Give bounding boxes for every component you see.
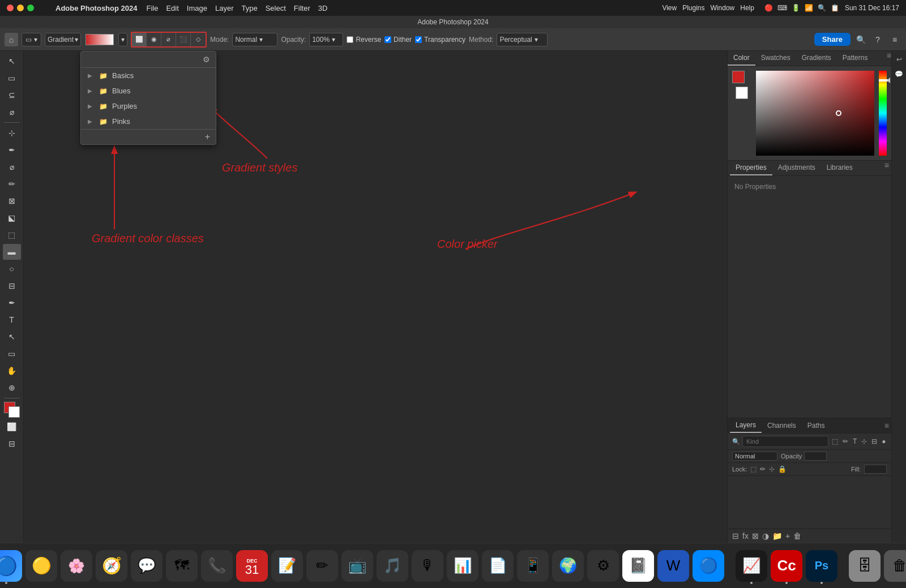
layer-new-icon[interactable]: + [785, 531, 790, 540]
mode-select[interactable]: Normal ▾ [232, 33, 277, 46]
minimize-button[interactable] [17, 5, 24, 11]
layers-adjust-icon[interactable]: ✏ [841, 436, 849, 447]
foreground-swatch[interactable] [732, 71, 745, 83]
maximize-button[interactable] [27, 5, 34, 11]
tool-magic-wand[interactable]: ⌀ [3, 104, 21, 120]
menu-image[interactable]: Image [187, 4, 207, 12]
tab-patterns[interactable]: Patterns [837, 51, 874, 66]
dock-safari[interactable]: 🧭 [96, 550, 127, 582]
dock-photoshop[interactable]: Ps [806, 550, 837, 582]
dock-music[interactable]: 🎵 [377, 550, 408, 582]
dock-pages[interactable]: 📄 [482, 550, 514, 582]
gradient-preview-dropdown[interactable]: ▾ [118, 33, 127, 46]
layer-link-icon[interactable]: ⊟ [732, 531, 739, 540]
menu-layer[interactable]: Layer [215, 4, 234, 12]
layers-filter-icon[interactable]: ⬚ [831, 436, 839, 447]
dock-vscode[interactable]: 🔵 [693, 550, 724, 582]
tool-shape[interactable]: ▭ [3, 346, 21, 362]
dither-check[interactable] [384, 36, 391, 43]
method-select[interactable]: Perceptual ▾ [497, 33, 548, 46]
tool-blur[interactable]: ○ [3, 261, 21, 277]
tool-heal[interactable]: ⌀ [3, 159, 21, 175]
panel-history-btn[interactable]: ↩ [893, 53, 905, 66]
search-icon-btn[interactable]: 🔍 [854, 33, 867, 46]
gradient-item-blues[interactable]: ▶ 📁 Blues [81, 83, 216, 98]
dock-stocks[interactable]: 📈 [736, 550, 767, 582]
tool-screen-mode[interactable]: ⊟ [3, 436, 21, 452]
tool-text[interactable]: T [3, 312, 21, 328]
tab-gradients[interactable]: Gradients [796, 51, 837, 66]
menu-help[interactable]: Help [740, 4, 754, 12]
menu-plugins[interactable]: Plugins [682, 4, 704, 12]
background-color[interactable] [8, 406, 20, 418]
tool-lasso[interactable]: ⊆ [3, 87, 21, 103]
tool-history[interactable]: ⬕ [3, 210, 21, 226]
tab-channels[interactable]: Channels [762, 419, 802, 432]
hue-slider[interactable] [879, 71, 887, 156]
dock-word[interactable]: W [657, 550, 689, 582]
style-radial[interactable]: ◉ [147, 33, 161, 46]
style-reflected[interactable]: ⬛ [176, 33, 191, 46]
layer-group-icon[interactable]: 📁 [772, 531, 782, 540]
dock-facetime[interactable]: 📞 [201, 550, 233, 582]
style-diamond[interactable]: ◇ [191, 33, 206, 46]
tool-brush[interactable]: ✏ [3, 176, 21, 192]
tab-libraries[interactable]: Libraries [821, 161, 858, 175]
transparency-check[interactable] [415, 36, 422, 43]
style-linear[interactable]: ⬜ [132, 33, 147, 46]
layers-text-icon[interactable]: T [852, 436, 858, 447]
dock-appletv[interactable]: 📺 [341, 550, 373, 582]
tab-properties[interactable]: Properties [730, 161, 772, 175]
menu-edit[interactable]: Edit [166, 4, 178, 12]
menu-icon-btn[interactable]: ≡ [888, 33, 901, 46]
lock-pixels-icon[interactable]: ⬚ [750, 465, 757, 473]
background-swatch[interactable] [736, 87, 748, 99]
panel-settings-icon[interactable]: ⚙ [203, 55, 210, 64]
dock-settings[interactable]: ⚙ [587, 550, 619, 582]
dock-freeform[interactable]: ✏ [306, 550, 338, 582]
reverse-checkbox[interactable]: Reverse [347, 36, 381, 44]
dock-appstore[interactable]: 📱 [517, 550, 549, 582]
gradient-item-purples[interactable]: ▶ 📁 Purples [81, 98, 216, 114]
dock-podcasts[interactable]: 🎙 [412, 550, 443, 582]
tool-dodge[interactable]: ⊟ [3, 278, 21, 294]
menu-type[interactable]: Type [242, 4, 258, 12]
lock-all-icon[interactable]: 🔒 [778, 465, 787, 473]
layers-link-icon[interactable]: ⊟ [870, 436, 878, 447]
menu-view[interactable]: View [662, 4, 677, 12]
opacity-input[interactable]: 100% ▾ [309, 33, 343, 46]
dock-notes[interactable]: 📝 [271, 550, 303, 582]
help-icon-btn[interactable]: ? [871, 33, 884, 46]
spectrum-picker[interactable] [756, 71, 874, 156]
layer-fx-icon[interactable]: fx [742, 531, 749, 540]
dither-checkbox[interactable]: Dither [384, 36, 412, 44]
tool-pen[interactable]: ✒ [3, 295, 21, 311]
opacity-input-layers[interactable] [804, 452, 827, 461]
layer-adjustment-icon[interactable]: ◑ [762, 531, 769, 540]
tab-layers[interactable]: Layers [730, 418, 762, 433]
tool-quick-mask[interactable]: ⬜ [3, 419, 21, 435]
tab-paths[interactable]: Paths [802, 419, 831, 432]
fill-input[interactable] [864, 465, 887, 474]
menu-filter[interactable]: Filter [294, 4, 310, 12]
gradient-preview[interactable] [86, 34, 114, 45]
layers-options-icon[interactable]: ≡ [884, 421, 889, 430]
dock-notion[interactable]: 📓 [622, 550, 654, 582]
tool-clone[interactable]: ⊠ [3, 193, 21, 209]
tool-gradient[interactable]: ▬ [3, 244, 21, 260]
share-button[interactable]: Share [814, 33, 851, 46]
layers-filter-toggle[interactable]: ● [881, 436, 887, 447]
tool-select-rect[interactable]: ▭ [3, 70, 21, 86]
color-panel-options-icon[interactable]: ≡ [887, 51, 891, 66]
layer-delete-icon[interactable]: 🗑 [793, 531, 801, 540]
panel-add-icon[interactable]: + [205, 132, 210, 142]
tab-color[interactable]: Color [728, 51, 755, 66]
tool-move[interactable]: ↖ [3, 53, 21, 69]
dock-finder[interactable]: 🔵 [0, 550, 22, 582]
lock-position-icon[interactable]: ⊹ [769, 465, 775, 473]
menu-select[interactable]: Select [266, 4, 286, 12]
home-button[interactable]: ⌂ [5, 33, 18, 46]
dock-numbers[interactable]: 📊 [447, 550, 478, 582]
tab-swatches[interactable]: Swatches [755, 51, 796, 66]
panel-comment-btn[interactable]: 💬 [893, 68, 905, 80]
